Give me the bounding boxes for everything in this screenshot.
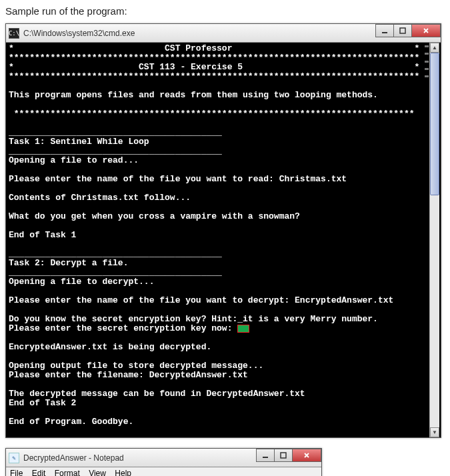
notepad-close-button[interactable] [292,449,321,462]
console-line: This program opens files and reads from … [9,91,438,100]
console-line [9,203,438,212]
notepad-window-title: DecryptedAnswer - Notepad [23,453,124,463]
redacted-key [237,325,249,333]
minimize-icon [381,27,388,34]
console-line: The decrypted message can be found in De… [9,389,438,399]
console-line: EncryptedAnswer.txt is being decrypted. [9,343,438,352]
console-line: Do you know the secret encryption key? H… [9,315,438,324]
console-line: ****************************************… [9,72,438,81]
console-line: ****************************************… [9,53,438,63]
caption-text: Sample run of the program: [5,5,445,17]
svg-rect-0 [382,32,387,33]
notepad-maximize-button[interactable] [274,449,293,462]
cmd-window-title: C:\Windows\system32\cmd.exe [23,29,135,38]
close-icon [303,452,310,459]
scrollbar-track[interactable] [430,53,439,427]
svg-rect-2 [263,457,268,458]
maximize-icon [280,452,287,459]
console-line: Contents of Christmas.txt follow... [9,193,438,203]
console-line [9,408,438,417]
svg-rect-3 [281,453,286,458]
console-line [9,352,438,361]
console-line [9,119,438,128]
scrollbar-thumb[interactable] [430,53,439,195]
menu-help[interactable]: Help [115,469,131,476]
console-line [9,184,438,193]
console-line [9,240,438,249]
console-line: Opening a file to decrypt... [9,277,438,287]
decoration-marks [425,45,429,77]
svg-rect-1 [400,28,405,33]
minimize-icon [262,452,269,459]
notepad-minimize-button[interactable] [256,449,275,462]
close-button[interactable] [411,24,441,37]
menu-edit[interactable]: Edit [32,469,46,476]
console-line: Task 1: Sentinel While Loop [9,137,438,147]
console-line [9,427,438,436]
console-line: What do you get when you cross a vampire… [9,212,438,221]
console-line: ________________________________________… [9,249,438,259]
console-line: Please enter the name of the file you wa… [9,175,438,184]
console-line: * CST 113 - Exercise 5 * [9,63,438,72]
console-line [9,333,438,343]
console-output: * CST Professor ************************… [6,43,441,437]
cmd-titlebar[interactable]: C:\ C:\Windows\system32\cmd.exe [6,24,441,43]
cmd-icon: C:\ [9,28,19,39]
notepad-menubar: File Edit Format View Help [6,467,321,476]
console-line: Opening output file to store decrypted m… [9,361,438,371]
scroll-down-button[interactable]: ▼ [430,427,439,437]
console-line: ________________________________________… [9,268,438,277]
console-line: Please enter the filename: DecryptedAnsw… [9,371,438,380]
console-line: ****************************************… [9,109,438,119]
console-line: Task 2: Decrypt a file. [9,259,438,268]
maximize-icon [399,27,406,34]
cmd-window: C:\ C:\Windows\system32\cmd.exe * CST Pr… [5,23,441,438]
console-line: Please enter the secret encryption key n… [9,324,438,333]
notepad-titlebar[interactable]: ✎ DecryptedAnswer - Notepad [6,449,321,467]
console-line: * CST Professor * [9,44,438,53]
console-line: ________________________________________… [9,128,438,137]
console-line: Please enter the name of the file you wa… [9,296,438,305]
close-icon [423,27,429,34]
menu-view[interactable]: View [89,469,106,476]
console-line: End of Task 1 [9,231,438,240]
console-line [9,380,438,389]
notepad-icon: ✎ [9,453,19,463]
console-line [9,81,438,91]
notepad-window: ✎ DecryptedAnswer - Notepad File Edit Fo… [5,448,322,476]
console-line: End of Program. Goodbye. [9,417,438,427]
scroll-up-button[interactable]: ▲ [430,43,439,53]
console-line: Opening a file to read... [9,156,438,165]
vertical-scrollbar[interactable]: ▲ ▼ [429,43,439,437]
console-line [9,287,438,296]
console-line [9,221,438,231]
menu-format[interactable]: Format [55,469,80,476]
maximize-button[interactable] [393,24,412,37]
notepad-window-buttons [257,449,321,462]
console-line [9,305,438,315]
window-buttons [376,24,441,37]
console-line [9,165,438,175]
console-line: ________________________________________… [9,147,438,156]
minimize-button[interactable] [375,24,394,37]
console-line [9,100,438,109]
console-line: End of Task 2 [9,399,438,408]
menu-file[interactable]: File [10,469,23,476]
